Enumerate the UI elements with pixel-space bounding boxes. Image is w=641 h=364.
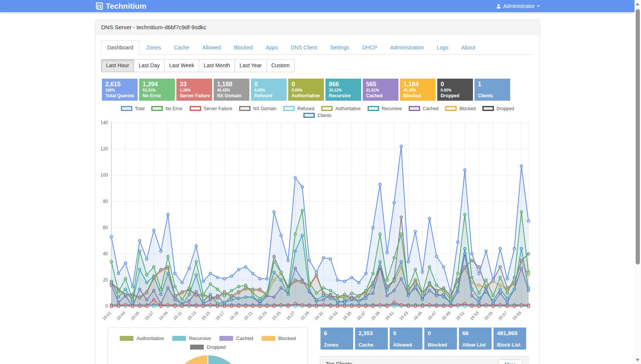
- legend-label: Recursive: [189, 336, 211, 341]
- legend-server-failure[interactable]: Server Failure: [190, 106, 232, 111]
- legend-label: Cached: [423, 106, 438, 111]
- legend-swatch: [303, 113, 315, 118]
- range-custom[interactable]: Custom: [267, 59, 295, 72]
- legend-blocked[interactable]: Blocked: [445, 106, 476, 111]
- legend-swatch: [121, 106, 132, 111]
- top-clients-panel: Top Clients More: [320, 356, 528, 364]
- tab-about[interactable]: About: [455, 40, 481, 55]
- scrollbar-down-arrow-icon[interactable]: [636, 359, 639, 361]
- svg-text:40: 40: [103, 251, 108, 256]
- stat-label: No Error: [143, 93, 171, 99]
- svg-text:16:23: 16:23: [257, 310, 268, 321]
- svg-text:16:11: 16:11: [172, 310, 182, 321]
- scrollbar-thumb[interactable]: [636, 9, 640, 264]
- tab-dhcp[interactable]: DHCP: [356, 40, 384, 55]
- page-scrollbar[interactable]: [635, 0, 641, 364]
- stat-percent: 33.12%: [329, 88, 358, 93]
- legend-cached[interactable]: Cached: [409, 106, 438, 111]
- stat-value: 1: [478, 81, 507, 88]
- counter-allowed: 0Allowed: [390, 328, 422, 350]
- top-clients-more-button[interactable]: More: [498, 359, 522, 364]
- legend-no-error[interactable]: No Error: [151, 106, 182, 111]
- stat-percent: 45.43%: [217, 88, 246, 93]
- range-last-day[interactable]: Last Day: [134, 59, 165, 72]
- legend-authoritative[interactable]: Authoritative: [321, 106, 361, 111]
- pie-legend-dropped[interactable]: Dropped: [190, 344, 226, 350]
- legend-swatch: [283, 106, 295, 111]
- legend-total[interactable]: Total: [121, 106, 144, 111]
- stat-no-error: 1,39453.31%No Error: [139, 79, 175, 101]
- legend-swatch: [120, 336, 133, 341]
- scrollbar-up-arrow-icon[interactable]: [636, 3, 639, 5]
- range-last-year[interactable]: Last Year: [235, 59, 267, 72]
- stat-value: 866: [329, 81, 358, 88]
- top-clients-title: Top Clients: [326, 361, 352, 364]
- stat-label: Zones: [324, 342, 350, 348]
- legend-swatch: [262, 336, 275, 341]
- response-pie-chart: [166, 355, 250, 364]
- tab-dashboard[interactable]: Dashboard: [101, 40, 140, 55]
- svg-text:120: 120: [101, 146, 108, 152]
- pie-legend-authoritative[interactable]: Authoritative: [120, 336, 164, 341]
- pie-legend-cached[interactable]: Cached: [219, 336, 253, 341]
- svg-text:16:01: 16:01: [101, 310, 112, 321]
- legend-refused[interactable]: Refused: [283, 106, 314, 111]
- range-last-month[interactable]: Last Month: [199, 59, 235, 72]
- stat-value: 565: [366, 81, 395, 88]
- user-icon: [496, 3, 501, 9]
- brand-text: Technitium: [106, 2, 146, 11]
- caret-down-icon: [537, 5, 540, 7]
- range-last-week[interactable]: Last Week: [164, 59, 199, 72]
- tab-settings[interactable]: Settings: [324, 40, 355, 55]
- legend-label: Server Failure: [204, 106, 232, 111]
- stat-value: 481,865: [497, 329, 523, 337]
- stats-row: 2,615100%Total Queries1,39453.31%No Erro…: [102, 79, 534, 101]
- tab-apps[interactable]: Apps: [260, 40, 284, 55]
- pie-legend-recursive[interactable]: Recursive: [172, 336, 211, 341]
- tab-zones[interactable]: Zones: [140, 40, 167, 55]
- tab-blocked[interactable]: Blocked: [228, 40, 259, 55]
- counters-row: 6Zones2,353Cache0Allowed0Blocked66Allow …: [320, 328, 528, 350]
- brand-link[interactable]: Technitium: [95, 2, 146, 11]
- stat-recursive: 86633.12%Recursive: [325, 79, 361, 101]
- svg-text:0: 0: [105, 304, 108, 309]
- legend-swatch: [190, 106, 201, 111]
- tab-cache[interactable]: Cache: [168, 40, 195, 55]
- legend-swatch: [368, 106, 379, 111]
- svg-text:60: 60: [103, 225, 108, 230]
- legend-swatch: [151, 106, 163, 111]
- pie-legend-blocked[interactable]: Blocked: [262, 336, 296, 341]
- legend-label: No Error: [165, 106, 182, 111]
- legend-nx-domain[interactable]: NX Domain: [239, 106, 276, 111]
- legend-recursive[interactable]: Recursive: [368, 106, 402, 111]
- stat-label: Blocked: [403, 93, 432, 99]
- svg-text:140: 140: [101, 120, 108, 125]
- tab-administration[interactable]: Administration: [384, 40, 430, 55]
- stat-percent: 53.31%: [143, 88, 171, 93]
- svg-text:16:21: 16:21: [243, 310, 253, 321]
- counter-zones: 6Zones: [320, 328, 353, 350]
- page-title: DNS Server - technitium-d6bf7c9df-9sdkc: [95, 20, 539, 35]
- legend-label: Total: [135, 106, 144, 111]
- tab-allowed[interactable]: Allowed: [196, 40, 227, 55]
- stat-percent: 21.61%: [366, 88, 395, 93]
- range-last-hour[interactable]: Last Hour: [101, 59, 134, 72]
- stat-label: Server Failure: [180, 93, 209, 99]
- stat-value: 0: [254, 81, 283, 88]
- user-menu[interactable]: Administrator: [496, 3, 540, 9]
- stat-refused: 00.00%Refused: [251, 79, 287, 101]
- svg-text:16:49: 16:49: [441, 310, 451, 321]
- legend-clients[interactable]: Clients: [303, 113, 332, 118]
- stat-label: Blocked: [428, 342, 454, 348]
- legend-dropped[interactable]: Dropped: [482, 106, 514, 111]
- stat-cached: 56521.61%Cached: [363, 79, 398, 101]
- legend-swatch: [172, 336, 186, 341]
- stat-label: Authoritative: [292, 93, 320, 99]
- stat-server-failure: 331.26%Server Failure: [176, 79, 212, 101]
- legend-swatch: [482, 106, 494, 111]
- tab-dns-client[interactable]: DNS Client: [285, 40, 323, 55]
- tab-logs[interactable]: Logs: [431, 40, 454, 55]
- legend-label: Blocked: [459, 106, 476, 111]
- legend-swatch: [409, 106, 420, 111]
- legend-label: Blocked: [278, 336, 296, 341]
